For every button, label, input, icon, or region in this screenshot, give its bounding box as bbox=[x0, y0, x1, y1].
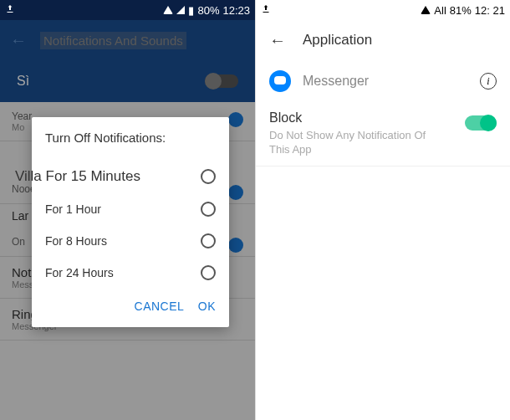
radio-option[interactable]: For 24 Hours bbox=[45, 257, 216, 289]
page-title: Application bbox=[303, 32, 372, 49]
messenger-icon bbox=[269, 70, 291, 92]
battery-icon: ▮ bbox=[188, 4, 194, 17]
status-bar-right: All 81% 12: 21 bbox=[256, 0, 510, 20]
upload-icon bbox=[5, 4, 15, 17]
turn-off-dialog: Turn Off Notifications: Villa For 15 Min… bbox=[32, 117, 229, 327]
network-label: All bbox=[434, 4, 446, 17]
wifi-icon bbox=[163, 6, 173, 14]
app-header: ← Application bbox=[256, 20, 510, 60]
block-description: Do Not Show Any Notification Of This App bbox=[269, 129, 436, 157]
wifi-icon bbox=[421, 6, 431, 14]
radio-option[interactable]: For 1 Hour bbox=[45, 193, 216, 225]
battery-percent: 81% bbox=[450, 4, 472, 17]
radio-option[interactable]: Villa For 15 Minutes bbox=[15, 160, 216, 193]
signal-icon bbox=[176, 6, 185, 14]
cancel-button[interactable]: CANCEL bbox=[135, 300, 185, 313]
block-toggle[interactable] bbox=[465, 115, 497, 131]
block-row[interactable]: Block Do Not Show Any Notification Of Th… bbox=[256, 102, 510, 166]
radio-option[interactable]: For 8 Hours bbox=[45, 225, 216, 257]
dialog-title: Turn Off Notifications: bbox=[45, 131, 216, 145]
clock: 12: 21 bbox=[475, 4, 505, 17]
back-icon[interactable]: ← bbox=[269, 31, 286, 50]
upload-icon bbox=[261, 4, 271, 17]
ok-button[interactable]: OK bbox=[198, 300, 216, 313]
radio-icon bbox=[201, 202, 216, 217]
radio-icon bbox=[201, 265, 216, 280]
app-row[interactable]: Messenger i bbox=[256, 60, 510, 102]
info-icon[interactable]: i bbox=[480, 73, 497, 90]
clock: 12:23 bbox=[222, 4, 250, 17]
radio-icon bbox=[201, 169, 216, 184]
app-name: Messenger bbox=[303, 74, 369, 89]
radio-icon bbox=[201, 233, 216, 248]
status-bar-left: ▮ 80% 12:23 bbox=[0, 0, 255, 20]
battery-percent: 80% bbox=[197, 4, 219, 17]
block-title: Block bbox=[269, 110, 436, 125]
